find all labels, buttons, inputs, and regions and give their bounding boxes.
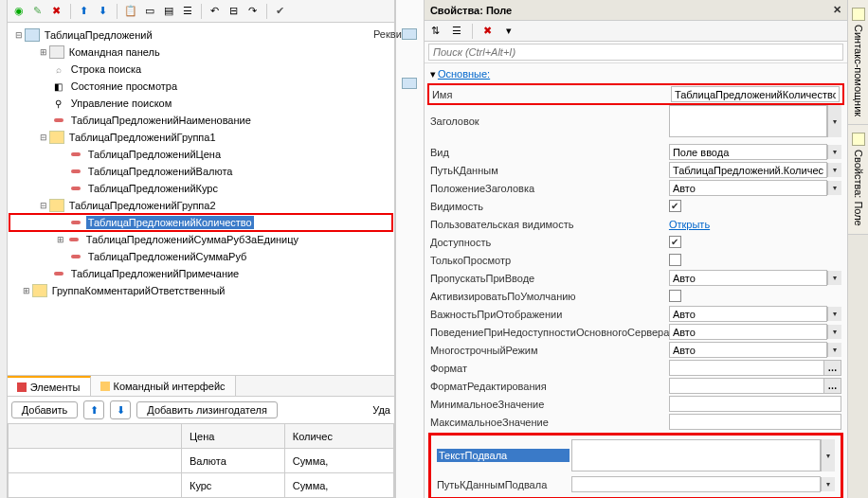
section-main[interactable]: Основные: xyxy=(426,65,845,83)
narrow-col xyxy=(395,0,424,498)
fmtedit-input[interactable] xyxy=(669,378,824,394)
add-button[interactable]: Добавить xyxy=(11,401,79,418)
chevron-down-icon[interactable]: ▾ xyxy=(827,105,841,137)
tree-label: ТаблицаПредложенийГруппа1 xyxy=(67,131,218,144)
sort-icon[interactable]: ⇅ xyxy=(428,24,443,39)
chevron-down-icon[interactable]: ▾ xyxy=(827,145,841,159)
prop-label: МаксимальноеЗначение xyxy=(430,417,667,428)
close-icon[interactable]: ✕ xyxy=(833,4,841,16)
checkbox[interactable]: ✔ xyxy=(669,236,681,248)
tree-label: Командная панель xyxy=(67,45,162,59)
tree-node[interactable]: ТаблицаПредложенийПримечание xyxy=(9,265,392,282)
open-link[interactable]: Открыть xyxy=(669,219,710,230)
checkbox[interactable] xyxy=(669,290,681,302)
dd-icon[interactable]: ▾ xyxy=(501,24,516,39)
multiline-select[interactable]: Авто xyxy=(669,342,827,358)
elements-tree[interactable]: ⊟ ТаблицаПредложений ⊞ Командная панель … xyxy=(8,23,394,375)
prop-label: ФорматРедактирования xyxy=(430,381,667,392)
ungroup-icon[interactable]: ⊟ xyxy=(226,4,242,19)
tree-node[interactable]: ⚲ Управление поиском xyxy=(9,95,392,112)
list-icon[interactable]: ☰ xyxy=(180,4,195,19)
clear-icon[interactable]: ✖ xyxy=(480,24,496,39)
tree-node[interactable]: ТаблицаПредложенийСуммаРуб xyxy=(9,248,392,265)
chevron-down-icon[interactable]: ▾ xyxy=(821,477,835,491)
move-down-button[interactable]: ⬇ xyxy=(110,400,131,419)
footer-path-select[interactable] xyxy=(571,476,821,492)
expander-icon[interactable]: ⊟ xyxy=(13,30,25,40)
side-tab-props[interactable]: Свойства: Поле xyxy=(848,125,868,235)
expander-icon[interactable]: ⊞ xyxy=(21,286,32,295)
tree-node[interactable]: ⊟ ТаблицаПредложенийГруппа2 xyxy=(9,197,392,214)
behavior-select[interactable]: Авто xyxy=(669,324,827,340)
checkbox[interactable]: ✔ xyxy=(669,200,681,212)
expander-icon[interactable]: ⊞ xyxy=(38,47,49,57)
preview-grid[interactable]: ЦенаКоличес ВалютаСумма, КурсСумма, xyxy=(8,423,394,498)
tree-node-selected[interactable]: ТаблицаПредложенийКоличество xyxy=(9,214,392,231)
tree-node[interactable]: ⊞ Командная панель xyxy=(9,44,392,61)
chevron-down-icon[interactable]: ▾ xyxy=(827,181,841,195)
prop-hdrpos: ПоложениеЗаголовка Авто▾ xyxy=(426,179,845,197)
tree-node[interactable]: ⊞ ТаблицаПредложенийСуммаРубЗаЕдиницу xyxy=(9,231,392,248)
prop-skip: ПропускатьПриВводе Авто▾ xyxy=(426,269,845,287)
add-lessor-button[interactable]: Добавить лизингодателя xyxy=(136,401,277,418)
name-input[interactable] xyxy=(671,86,840,102)
tab-cmd-interface[interactable]: Командный интерфейс xyxy=(91,376,236,396)
attr-icon[interactable] xyxy=(402,28,417,40)
move-up-button[interactable]: ⬆ xyxy=(83,400,104,419)
hdrpos-select[interactable]: Авто xyxy=(669,180,827,196)
prop-label: Видимость xyxy=(430,201,667,212)
copy-icon[interactable]: 📋 xyxy=(123,4,138,19)
delete-icon[interactable]: ✖ xyxy=(49,4,64,19)
tree-node[interactable]: ТаблицаПредложенийВалюта xyxy=(9,163,392,180)
expander-icon[interactable]: ⊟ xyxy=(38,201,49,210)
tree-node[interactable]: ТаблицаПредложенийКурс xyxy=(9,180,392,197)
dots-button[interactable]: … xyxy=(824,378,841,394)
check-icon[interactable]: ✔ xyxy=(273,4,288,19)
chevron-down-icon[interactable]: ▾ xyxy=(821,439,835,471)
state-icon: ◧ xyxy=(51,80,66,93)
datapath-select[interactable]: ТаблицаПредложений.Количес xyxy=(669,162,827,178)
attr-icon[interactable] xyxy=(402,78,417,89)
chevron-down-icon[interactable]: ▾ xyxy=(827,343,841,357)
header-input[interactable] xyxy=(669,105,827,137)
chevron-down-icon[interactable]: ▾ xyxy=(827,325,841,339)
tree-node[interactable]: ТаблицаПредложенийЦена xyxy=(9,146,392,163)
side-tab-syntax[interactable]: Синтакс-помощник xyxy=(848,0,868,125)
layers-icon[interactable]: ▤ xyxy=(161,4,176,19)
skip-select[interactable]: Авто xyxy=(669,270,827,286)
min-input[interactable] xyxy=(669,396,841,412)
checkbox[interactable] xyxy=(669,254,681,266)
tree-node[interactable]: ⌕ Строка поиска xyxy=(9,61,392,78)
field-icon xyxy=(54,272,63,276)
tree-node[interactable]: ⊟ ТаблицаПредложенийГруппа1 xyxy=(9,129,392,146)
folder-icon xyxy=(32,284,47,297)
up-icon[interactable]: ⬆ xyxy=(77,4,92,19)
edit-icon[interactable]: ✎ xyxy=(30,4,45,19)
tree-node[interactable]: ◧ Состояние просмотра xyxy=(9,78,392,95)
kind-select[interactable]: Поле ввода xyxy=(669,144,827,160)
max-input[interactable] xyxy=(669,414,841,430)
expander-icon[interactable]: ⊞ xyxy=(55,235,66,244)
format-input[interactable] xyxy=(669,360,824,376)
expander-icon[interactable]: ⊟ xyxy=(38,133,49,142)
chevron-down-icon[interactable]: ▾ xyxy=(827,163,841,177)
importance-select[interactable]: Авто xyxy=(669,306,827,322)
chevron-down-icon[interactable]: ▾ xyxy=(827,271,841,285)
search-input[interactable] xyxy=(428,44,843,61)
add-icon[interactable]: ◉ xyxy=(11,4,27,19)
redo-icon[interactable]: ↷ xyxy=(245,4,261,19)
undo-icon[interactable]: ↶ xyxy=(208,4,223,19)
filter-icon[interactable]: ☰ xyxy=(449,24,464,39)
prop-multiline: МногострочныйРежим Авто▾ xyxy=(426,341,845,359)
footer-text-input[interactable] xyxy=(571,439,821,471)
window-icon[interactable]: ▭ xyxy=(142,4,157,19)
props-header: Свойства: Поле ✕ xyxy=(425,0,847,21)
tree-node[interactable]: ТаблицаПредложенийНаименование xyxy=(9,112,392,129)
dots-button[interactable]: … xyxy=(824,360,841,376)
tree-root[interactable]: ⊟ ТаблицаПредложений xyxy=(9,27,392,44)
prop-label: Имя xyxy=(432,89,669,100)
chevron-down-icon[interactable]: ▾ xyxy=(827,307,841,321)
down-icon[interactable]: ⬇ xyxy=(96,4,111,19)
tab-elements[interactable]: Элементы xyxy=(8,376,91,396)
tree-node[interactable]: ⊞ ГруппаКомментарийОтветственный xyxy=(9,282,392,299)
